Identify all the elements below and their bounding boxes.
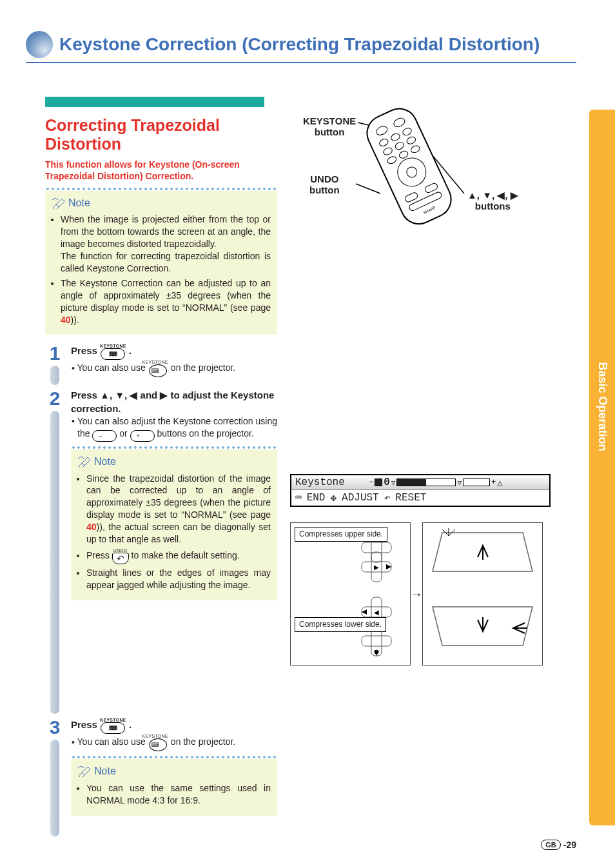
btn-top-label: KEYSTONE: [148, 360, 168, 364]
note-box-step3: Note You can use the same settings used …: [71, 759, 277, 815]
diagram-left: Compresses upper side. Compresses lower …: [290, 522, 411, 666]
text: You can also use: [77, 737, 146, 747]
step-number: 3: [50, 718, 61, 737]
text: Press: [71, 346, 97, 357]
note-pencil-icon: [77, 456, 92, 468]
undo-button-graphic: UNDO ↶: [112, 548, 129, 564]
note-label: Note: [77, 455, 271, 469]
page-ref-link[interactable]: 40: [61, 315, 71, 325]
step-number: 1: [50, 344, 61, 363]
inner-note: Note You can use the same settings used …: [71, 755, 277, 815]
text: or: [119, 428, 127, 439]
osd-reset: RESET: [395, 492, 426, 504]
side-tab-label: Basic Operation: [596, 362, 609, 451]
note-label-text: Note: [68, 196, 90, 210]
keystone-button-graphic: KEYSTONE ⌨: [100, 718, 126, 734]
undo-osd-icon: ↶: [384, 491, 391, 504]
svg-marker-31: [362, 609, 367, 615]
svg-text:◀: ◀: [374, 609, 379, 616]
undo-button-icon: ↶: [112, 553, 129, 564]
step-3: 3 Press KEYSTONE ⌨ . You can also use: [45, 718, 277, 836]
note-item: Since the trapezoidal distortion of the …: [86, 473, 271, 546]
step-number: 2: [50, 389, 61, 408]
keystone-pill-icon: ⌨: [101, 348, 125, 360]
side-tab: Basic Operation: [589, 110, 615, 825]
svg-rect-22: [362, 542, 391, 553]
note-text: The Keystone Correction can be adjusted …: [61, 278, 271, 325]
remote-diagram: KEYSTONEbutton UNDObutton ▲, ▼, ◀, ▶butt…: [290, 97, 548, 239]
compression-diagram: Compresses upper side. Compresses lower …: [290, 522, 561, 677]
step-title: Press ▲, ▼, ◀ and ▶ to adjust the Keysto…: [71, 389, 277, 415]
svg-line-1: [356, 184, 380, 193]
plus-button-icon: +: [130, 430, 155, 442]
page-number: GB -29: [541, 840, 576, 850]
svg-rect-34: [362, 636, 391, 646]
step-sub: You can also use KEYSTONE ⌨ on the proje…: [71, 734, 277, 751]
btn-top-label: UNDO: [113, 548, 128, 553]
page-title: Keystone Correction (Correcting Trapezoi…: [59, 34, 540, 55]
step-title: Press KEYSTONE ⌨ .: [71, 718, 277, 734]
left-column: Correcting Trapezoidal Distortion This f…: [45, 97, 277, 840]
step-rail: [50, 366, 59, 385]
adjust-arrows-icon: ✥: [330, 491, 337, 504]
text: on the projector.: [171, 363, 235, 373]
page-no: -29: [563, 840, 576, 850]
osd-name: Keystone: [295, 477, 366, 488]
keystone-osd: Keystone − 0 ▽ ▽ + △ ⌨ END ✥ ADJUST: [290, 474, 551, 507]
note-item: Press UNDO ↶ to make the default setting…: [86, 548, 271, 564]
step-rail: [50, 740, 59, 836]
osd-adjust: ADJUST: [342, 492, 379, 504]
keystone-osd-icon: ⌨: [295, 491, 302, 504]
text: to make the default setting.: [132, 550, 240, 560]
steps: 1 Press KEYSTONE ⌨ . You can also use: [45, 344, 277, 836]
section-bar: [45, 97, 264, 107]
osd-bar: − 0 ▽ ▽ + △: [369, 477, 545, 488]
btn-top-label: KEYSTONE: [100, 344, 126, 348]
text: buttons on the projector.: [157, 428, 253, 439]
section-intro: This function allows for Keystone (On-sc…: [45, 159, 277, 182]
right-column: KEYSTONEbutton UNDObutton ▲, ▼, ◀, ▶butt…: [290, 97, 548, 239]
trapezoid-icons: [423, 523, 542, 665]
text: on the projector.: [171, 737, 235, 747]
note-pencil-icon: [52, 197, 66, 209]
note-item: The Keystone Correction can be adjusted …: [61, 277, 271, 326]
region-pill: GB: [541, 840, 561, 850]
note-label: Note: [52, 196, 271, 210]
minus-button-icon: –: [92, 430, 117, 442]
step-sub: You can also use KEYSTONE ⌨ on the proje…: [71, 360, 277, 377]
note-box-top: Note When the image is projected either …: [45, 191, 277, 335]
note-item: You can use the same settings used in NO…: [86, 782, 271, 807]
page-title-row: Keystone Correction (Correcting Trapezoi…: [26, 31, 576, 63]
keystone-button-graphic: KEYSTONE ⌨: [148, 734, 168, 751]
text: .: [129, 346, 132, 357]
btn-top-label: KEYSTONE: [148, 734, 168, 738]
keystone-button-graphic: KEYSTONE ⌨: [148, 360, 168, 377]
note-text: When the image is projected either from …: [61, 214, 271, 273]
svg-text:▶: ▶: [374, 564, 379, 571]
note-label-text: Note: [94, 455, 116, 469]
note-label-text: Note: [94, 764, 116, 778]
osd-value: 0: [384, 477, 390, 488]
osd-end: END: [307, 492, 326, 504]
text: Press: [71, 720, 97, 731]
keystone-button-graphic: KEYSTONE ⌨: [100, 344, 126, 360]
page-ref-link[interactable]: 40: [86, 522, 97, 532]
remote-icon: SHARP: [322, 97, 490, 239]
note-label: Note: [77, 764, 271, 778]
btn-top-label: KEYSTONE: [100, 718, 126, 722]
section-heading: Correcting Trapezoidal Distortion: [45, 116, 277, 153]
step-sub: You can also adjust the Keystone correct…: [71, 415, 277, 442]
step-rail: [50, 411, 59, 714]
note-item: Straight lines or the edges of images ma…: [86, 567, 271, 591]
note-item: When the image is projected either from …: [61, 213, 271, 274]
arrow-right-icon: →: [410, 587, 423, 602]
inner-note: Note Since the trapezoidal distortion of…: [71, 446, 277, 600]
keystone-round-icon: ⌨: [149, 738, 167, 751]
keystone-round-icon: ⌨: [149, 364, 167, 377]
keystone-pill-icon: ⌨: [101, 722, 125, 734]
dpad-icons: ▶ ◀: [291, 523, 410, 665]
diagram-right: [422, 522, 543, 666]
step-title: Press KEYSTONE ⌨ .: [71, 344, 277, 360]
diag-lower-label: Compresses lower side.: [295, 617, 386, 632]
step-2: 2 Press ▲, ▼, ◀ and ▶ to adjust the Keys…: [45, 389, 277, 714]
